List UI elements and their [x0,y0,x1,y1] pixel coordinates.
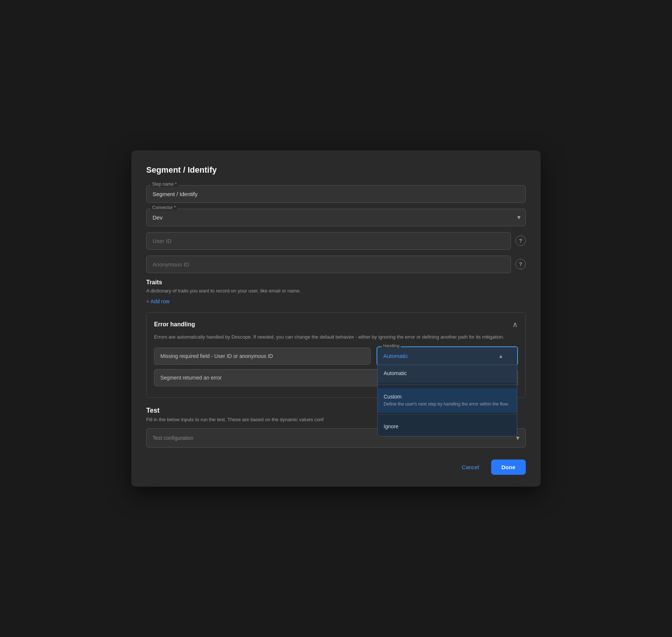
user-id-input[interactable] [146,232,511,250]
handling-option-custom-label: Custom [384,394,511,400]
traits-description: A dictionary of traits you want to recor… [146,288,526,294]
connector-select-wrapper: Dev Production Staging ▾ [146,209,526,226]
done-button[interactable]: Done [491,460,526,475]
handling-field-group: Handling Automatic ▴ Automatic [377,346,518,365]
step-name-label: Step name * [151,182,178,187]
handling-select-wrapper: Handling Automatic ▴ Automatic [377,346,518,365]
handling-chevron-up-icon: ▴ [499,352,502,359]
handling-select-display[interactable]: Automatic ▴ [377,347,517,365]
handling-option-ignore-label: Ignore [384,423,511,429]
error-handling-header: Error handling ∧ [154,320,518,329]
footer-actions: Cancel Done [146,457,526,475]
cancel-button[interactable]: Cancel [456,460,485,474]
collapse-icon[interactable]: ∧ [512,320,518,329]
step-name-input[interactable] [146,185,526,203]
modal-title: Segment / Identify [146,165,526,175]
anonymous-id-field-group: ? [146,256,526,273]
connector-field-group: Connector * Dev Production Staging ▾ [146,209,526,226]
handling-selected-value: Automatic [383,353,408,359]
error-label-missing-field: Missing required field - User ID or anon… [154,348,371,365]
error-handling-section: Error handling ∧ Errors are automaticall… [146,312,526,398]
handling-option-ignore[interactable]: Ignore [378,418,517,436]
dropdown-divider [378,384,517,385]
user-id-input-row: ? [146,232,526,250]
handling-option-automatic[interactable]: Automatic [378,365,517,383]
connector-select[interactable]: Dev Production Staging [146,209,526,226]
traits-section: Traits A dictionary of traits you want t… [146,279,526,305]
test-config-label: Test configuration [153,435,193,441]
handling-option-custom[interactable]: Custom Define the user's next step by ha… [378,388,517,413]
anonymous-id-input[interactable] [146,256,511,273]
dropdown-divider-2 [378,414,517,414]
handling-option-custom-desc: Define the user's next step by handling … [384,401,511,407]
step-name-field-group: Step name * [146,185,526,203]
error-handling-title: Error handling [154,321,195,328]
handling-option-automatic-label: Automatic [384,370,511,376]
error-row-missing-field: Missing required field - User ID or anon… [154,346,518,365]
add-row-button[interactable]: + Add row [146,298,170,304]
handling-dropdown-menu: Automatic Custom Define the user's next … [377,365,517,436]
error-handling-description: Errors are automatically handled by Desc… [154,333,518,341]
traits-title: Traits [146,279,526,286]
segment-identify-modal: Segment / Identify Step name * Connector… [131,150,541,487]
user-id-field-group: ? [146,232,526,250]
user-id-help-icon[interactable]: ? [515,236,526,246]
handling-label: Handling [382,343,401,348]
anonymous-id-input-row: ? [146,256,526,273]
anonymous-id-help-icon[interactable]: ? [515,259,526,269]
connector-label: Connector * [151,205,177,210]
